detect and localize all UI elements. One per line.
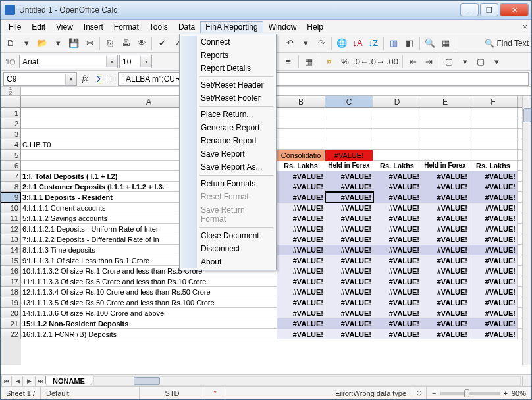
menu-file[interactable]: File [3, 21, 26, 33]
cell-D13[interactable]: #VALUE! [373, 234, 421, 245]
first-sheet-icon[interactable]: ⏮ [1, 376, 12, 386]
find-icon[interactable]: 🔍 [423, 36, 437, 51]
cell-B21[interactable]: #VALUE! [277, 318, 325, 329]
last-sheet-icon[interactable]: ⏭ [35, 376, 45, 386]
cell-B9[interactable]: #VALUE! [277, 192, 325, 203]
cell-F20[interactable]: #VALUE! [469, 308, 518, 318]
save-icon[interactable]: 💾 [66, 36, 81, 51]
print-icon[interactable]: 🖶 [119, 36, 133, 51]
cell-D2[interactable] [373, 118, 421, 129]
row-header-3[interactable]: 3 [1, 129, 21, 139]
menu-item-return-formats[interactable]: Return Formats [181, 177, 275, 190]
insert-mode[interactable]: STD [140, 387, 205, 399]
cell-D22[interactable]: #VALUE! [373, 329, 421, 339]
cell-C2[interactable] [325, 118, 373, 129]
row-header-19[interactable]: 19 [1, 297, 21, 308]
row-header-15[interactable]: 15 [1, 255, 21, 266]
cell-D5[interactable] [373, 150, 421, 161]
cell-B8[interactable]: #VALUE! [277, 182, 325, 192]
dropdown-icon[interactable]: ▾ [458, 55, 472, 69]
name-box[interactable]: C9 ▾ [3, 72, 77, 86]
print-preview-icon[interactable]: 👁 [134, 36, 149, 51]
cell-D1[interactable] [373, 108, 421, 118]
cell-E14[interactable]: #VALUE! [421, 245, 469, 255]
menu-help[interactable]: Help [302, 21, 329, 33]
cell-A19[interactable]: 13:I.1.1.3.5 Of size Rs.50 Crore and les… [21, 297, 277, 308]
menu-format[interactable]: Format [109, 21, 144, 33]
cell-B6[interactable]: Rs. Lakhs [277, 161, 325, 171]
horizontal-scrollbar[interactable] [93, 376, 521, 386]
menu-item-close-document[interactable]: Close Document [181, 229, 275, 242]
cell-E9[interactable]: #VALUE! [421, 192, 469, 203]
cell-F9[interactable]: #VALUE! [469, 192, 518, 203]
cell-D18[interactable]: #VALUE! [373, 287, 421, 297]
font-size-combo[interactable]: 10 ▾ [119, 55, 152, 68]
cell-F21[interactable]: #VALUE! [469, 318, 518, 329]
cell-A17[interactable]: 11:I.1.1.3.3 Of size Rs.5 Crore and less… [21, 276, 277, 287]
cell-B10[interactable]: #VALUE! [277, 203, 325, 213]
menu-item-set-reset-header[interactable]: Set/Reset Header [181, 78, 275, 91]
column-header-C[interactable]: C [325, 96, 373, 107]
select-all-corner[interactable] [1, 96, 21, 108]
cell-C9[interactable]: #VALUE! [325, 192, 373, 203]
row-header-14[interactable]: 14 [1, 245, 21, 255]
cell-E13[interactable]: #VALUE! [421, 234, 469, 245]
row-header-8[interactable]: 8 [1, 182, 21, 192]
merge-cells-icon[interactable]: ▦ [302, 55, 316, 69]
dropdown-icon[interactable]: ▾ [298, 36, 313, 51]
spellcheck-icon[interactable]: ✔ [155, 36, 169, 51]
open-icon[interactable]: 📂 [35, 36, 49, 51]
cell-F11[interactable]: #VALUE! [469, 213, 518, 224]
cell-C14[interactable]: #VALUE! [325, 245, 373, 255]
cell-D16[interactable]: #VALUE! [373, 266, 421, 276]
increase-indent-icon[interactable]: ⇥ [421, 55, 436, 69]
menu-data[interactable]: Data [173, 21, 200, 33]
cell-F18[interactable]: #VALUE! [469, 287, 518, 297]
cell-B19[interactable]: #VALUE! [277, 297, 325, 308]
cell-C8[interactable]: #VALUE! [325, 182, 373, 192]
vertical-scrollbar[interactable] [522, 96, 531, 365]
column-header-B[interactable]: B [277, 96, 325, 107]
cell-F4[interactable] [469, 139, 518, 150]
cell-E19[interactable]: #VALUE! [421, 297, 469, 308]
menu-item-report-details[interactable]: Report Details [181, 62, 275, 75]
row-header-16[interactable]: 16 [1, 266, 21, 276]
cell-B17[interactable]: #VALUE! [277, 276, 325, 287]
cell-C22[interactable]: #VALUE! [325, 329, 373, 339]
chevron-down-icon[interactable]: ▾ [140, 56, 151, 67]
menu-item-about[interactable]: About [181, 255, 275, 268]
cell-E4[interactable] [421, 139, 469, 150]
find-text-box[interactable]: 🔍 Find Text [485, 39, 529, 48]
column-header-F[interactable]: F [469, 96, 518, 107]
cell-B15[interactable]: #VALUE! [277, 255, 325, 266]
cell-C16[interactable]: #VALUE! [325, 266, 373, 276]
cell-F2[interactable] [469, 118, 518, 129]
cell-A21[interactable]: 15:I.1.2 Non-Resident Deposits [21, 318, 277, 329]
cell-C11[interactable]: #VALUE! [325, 213, 373, 224]
align-right-icon[interactable]: ≡ [281, 55, 296, 69]
cell-B22[interactable]: #VALUE! [277, 329, 325, 339]
column-header-E[interactable]: E [421, 96, 469, 107]
cell-C7[interactable]: #VALUE! [325, 171, 373, 182]
cell-B11[interactable]: #VALUE! [277, 213, 325, 224]
cell-D19[interactable]: #VALUE! [373, 297, 421, 308]
cell-E1[interactable] [421, 108, 469, 118]
cell-A22[interactable]: 16:I.1.2.1 FCNR (B) Deposits [21, 329, 277, 339]
borders-icon[interactable]: ▢ [442, 55, 456, 69]
cell-E17[interactable]: #VALUE! [421, 276, 469, 287]
cell-F14[interactable]: #VALUE! [469, 245, 518, 255]
cell-E7[interactable]: #VALUE! [421, 171, 469, 182]
pdf-export-icon[interactable]: ⎘ [103, 36, 117, 51]
cell-F15[interactable]: #VALUE! [469, 255, 518, 266]
dropdown-icon[interactable]: ▾ [19, 36, 34, 51]
sum-icon[interactable]: Σ [93, 74, 106, 84]
hyperlink-icon[interactable]: 🌐 [334, 36, 349, 51]
cell-F16[interactable]: #VALUE! [469, 266, 518, 276]
cell-F8[interactable]: #VALUE! [469, 182, 518, 192]
cell-B13[interactable]: #VALUE! [277, 234, 325, 245]
cell-F10[interactable]: #VALUE! [469, 203, 518, 213]
cell-D7[interactable]: #VALUE! [373, 171, 421, 182]
decrease-indent-icon[interactable]: ⇤ [406, 55, 420, 69]
dropdown-icon[interactable]: ▾ [489, 55, 504, 69]
row-header-18[interactable]: 18 [1, 287, 21, 297]
